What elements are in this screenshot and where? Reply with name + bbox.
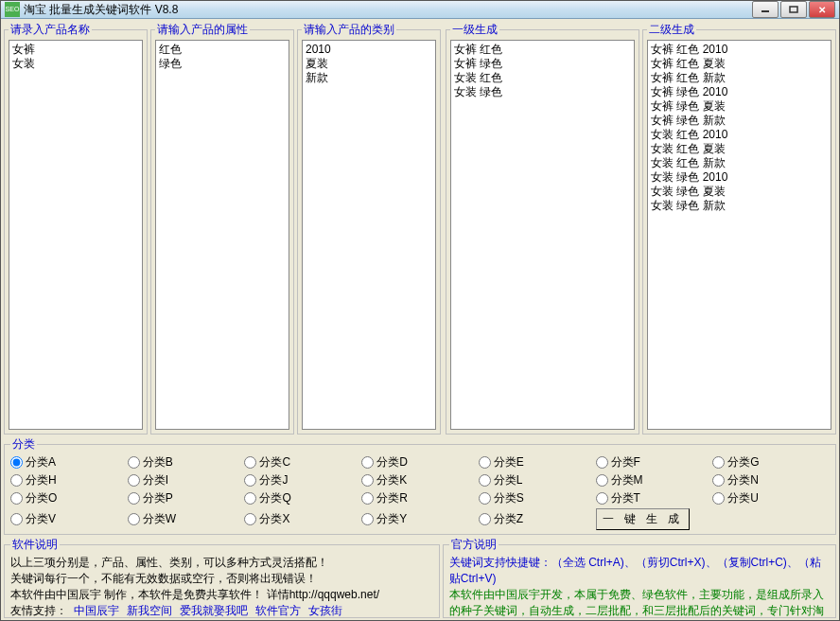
minimize-button[interactable] [752,1,779,18]
panel-names: 请录入产品名称 女裤 女装 [4,22,148,435]
official-desc-line1: 关键词支持快捷键：（全选 Ctrl+A)、（剪切Ctrl+X)、（复制Ctrl+… [449,555,830,587]
category-radio-分类G[interactable]: 分类G [712,454,830,470]
software-desc-line1: 以上三项分别是，产品、属性、类别，可以多种方式灵活搭配！ [10,555,433,571]
panel-gen2: 二级生成 女裤 红色 2010 女裤 红色 夏装 女裤 红色 新款 女裤 绿色 … [642,22,836,435]
category-label: 分类N [727,472,759,488]
close-icon: ✕ [818,5,826,15]
svg-rect-1 [790,7,797,12]
panel-names-legend: 请录入产品名称 [9,22,92,38]
category-label: 分类O [26,490,57,506]
minimize-icon [761,6,770,13]
category-label: 分类Z [494,511,523,527]
category-label: 分类A [26,454,56,470]
category-label: 分类Q [259,490,290,506]
support-link[interactable]: 爱我就娶我吧 [180,604,248,617]
category-label: 分类H [26,472,57,488]
category-label: 分类J [259,472,288,488]
category-radio-分类L[interactable]: 分类L [479,472,596,488]
panel-cats-legend: 请输入产品的类别 [302,22,396,38]
software-desc-panel: 软件说明 以上三项分别是，产品、属性、类别，可以多种方式灵活搭配！ 关键词每行一… [4,537,440,618]
category-label: 分类V [26,511,56,527]
gen1-listbox[interactable]: 女裤 红色 女裤 绿色 女装 红色 女装 绿色 [450,40,635,430]
software-desc-legend: 软件说明 [10,537,60,553]
category-label: 分类D [376,454,408,470]
category-label: 分类B [143,454,173,470]
panel-attrs: 请输入产品的属性 红色 绿色 [150,22,294,435]
category-label: 分类E [494,454,524,470]
category-label: 分类W [143,511,176,527]
panel-attrs-legend: 请输入产品的属性 [155,22,250,38]
app-icon: SEO [5,2,20,17]
panel-gen2-legend: 二级生成 [647,22,696,38]
official-desc-panel: 官方说明 关键词支持快捷键：（全选 Ctrl+A)、（剪切Ctrl+X)、（复制… [443,537,836,618]
official-desc-legend: 官方说明 [449,537,499,553]
category-label: 分类G [727,454,759,470]
category-label: 分类P [143,490,173,506]
category-radio-分类Y[interactable]: 分类Y [361,508,479,530]
gen2-listbox[interactable]: 女裤 红色 2010 女裤 红色 夏装 女裤 红色 新款 女裤 绿色 2010 … [647,40,831,430]
category-label: 分类R [376,490,408,506]
category-label: 分类T [611,490,640,506]
maximize-icon [789,6,798,13]
links-label: 友情支持： [10,604,67,617]
support-link[interactable]: 新我空间 [127,604,172,617]
category-radio-分类U[interactable]: 分类U [712,490,830,506]
category-label: 分类F [611,454,640,470]
category-radio-分类N[interactable]: 分类N [712,472,830,488]
titlebar: SEO 淘宝 批量生成关键词软件 V8.8 ✕ [1,1,839,19]
close-button[interactable]: ✕ [809,1,835,18]
category-radio-分类Q[interactable]: 分类Q [244,490,361,506]
category-radio-分类W[interactable]: 分类W [128,508,245,530]
attrs-listbox[interactable]: 红色 绿色 [155,40,289,430]
generate-button[interactable]: 一 键 生 成 [596,508,690,530]
category-radio-分类Z[interactable]: 分类Z [479,508,596,530]
category-label: 分类S [494,490,524,506]
official-desc-line2: 本软件由中国辰宇开发，本属于免费、绿色软件，主要功能，是组成所录入的种子关键词，… [449,587,830,621]
category-label: 分类Y [376,511,407,527]
category-radio-分类T[interactable]: 分类T [596,490,713,506]
names-listbox[interactable]: 女裤 女装 [9,40,143,430]
software-desc-line3: 本软件由中国辰宇 制作，本软件是免费共享软件！ 详情http://qqqweb.… [10,587,433,603]
category-radio-分类I[interactable]: 分类I [128,472,245,488]
category-radio-分类P[interactable]: 分类P [128,490,245,506]
category-radio-分类A[interactable]: 分类A [10,454,128,470]
cats-listbox[interactable]: 2010 夏装 新款 [302,40,436,430]
category-radio-分类O[interactable]: 分类O [10,490,128,506]
category-radio-分类X[interactable]: 分类X [244,508,361,530]
category-radio-分类V[interactable]: 分类V [10,508,128,530]
category-label: 分类X [259,511,289,527]
software-desc-line2: 关键词每行一个，不能有无效数据或空行，否则将出现错误！ [10,571,433,587]
category-radio-分类H[interactable]: 分类H [10,472,128,488]
window-title: 淘宝 批量生成关键词软件 V8.8 [24,2,750,18]
categories-legend: 分类 [10,436,37,452]
support-link[interactable]: 中国辰宇 [74,604,119,617]
category-radio-分类J[interactable]: 分类J [244,472,361,488]
support-link[interactable]: 软件官方 [255,604,301,617]
categories-panel: 分类 分类A分类B分类C分类D分类E分类F分类G分类H分类I分类J分类K分类L分… [4,436,836,535]
category-label: 分类L [494,472,523,488]
category-label: 分类C [259,454,290,470]
support-link[interactable]: 女孩街 [308,604,342,617]
category-radio-分类C[interactable]: 分类C [244,454,361,470]
category-radio-分类E[interactable]: 分类E [479,454,596,470]
category-label: 分类U [727,490,759,506]
category-label: 分类K [376,472,407,488]
category-label: 分类M [611,472,643,488]
category-radio-分类R[interactable]: 分类R [361,490,479,506]
category-radio-分类D[interactable]: 分类D [361,454,479,470]
panel-gen1: 一级生成 女裤 红色 女裤 绿色 女装 红色 女装 绿色 [446,22,639,435]
category-radio-分类K[interactable]: 分类K [361,472,479,488]
category-label: 分类I [143,472,168,488]
panel-gen1-legend: 一级生成 [450,22,499,38]
category-radio-分类F[interactable]: 分类F [596,454,713,470]
category-radio-分类M[interactable]: 分类M [596,472,713,488]
maximize-button[interactable] [780,1,807,18]
category-radio-分类S[interactable]: 分类S [479,490,596,506]
category-radio-分类B[interactable]: 分类B [128,454,245,470]
panel-cats: 请输入产品的类别 2010 夏装 新款 [297,22,441,435]
